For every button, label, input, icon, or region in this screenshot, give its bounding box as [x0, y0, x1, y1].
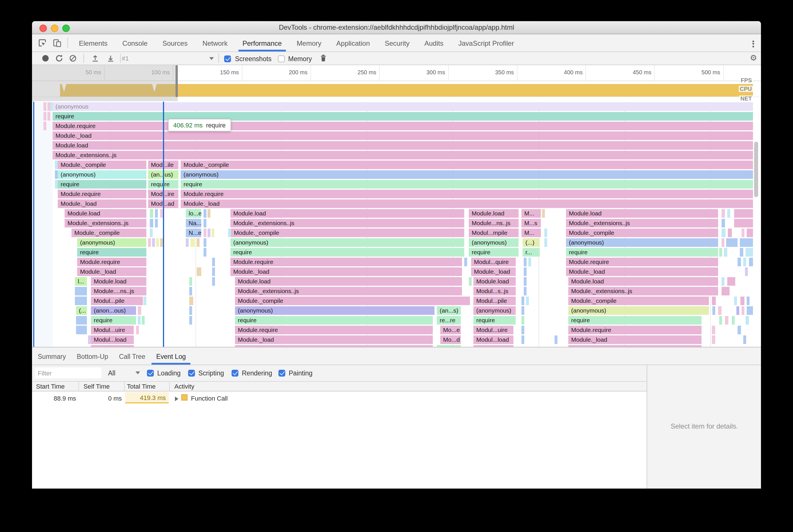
flame-bar[interactable]	[524, 267, 527, 276]
flame-bar-require[interactable]: require	[230, 248, 464, 256]
flame-bar-moduleload[interactable]: Module.load	[235, 345, 433, 347]
flame-bar-modulecompile[interactable]: Module._compile	[58, 160, 146, 169]
flame-bar[interactable]	[719, 316, 722, 325]
session-select-value[interactable]: #1	[122, 55, 129, 62]
flame-bar[interactable]	[526, 297, 529, 305]
flame-bar[interactable]	[43, 112, 46, 120]
flame-bar[interactable]	[160, 238, 163, 247]
flame-bar[interactable]	[721, 209, 725, 218]
flame-bar-require[interactable]: require	[58, 180, 146, 189]
flame-bar[interactable]	[138, 306, 141, 315]
flame-bar-moduluire[interactable]: Modul...uire	[474, 326, 513, 334]
flame-bar[interactable]	[740, 297, 744, 305]
device-toolbar-icon[interactable]	[53, 38, 62, 48]
load-profile-icon[interactable]	[91, 54, 99, 62]
column-header-self-time[interactable]: Self Time	[84, 383, 110, 390]
flame-bar[interactable]	[55, 170, 58, 179]
flame-bar[interactable]	[204, 209, 206, 218]
flame-bar[interactable]	[718, 306, 721, 315]
flame-bar[interactable]	[734, 219, 753, 227]
flame-bar[interactable]	[55, 180, 58, 189]
flame-bar[interactable]	[204, 219, 206, 227]
flame-bar[interactable]	[740, 248, 743, 256]
flame-bar[interactable]	[745, 267, 748, 276]
tab-audits[interactable]: Audits	[417, 35, 451, 51]
inspect-element-icon[interactable]	[38, 38, 47, 48]
flame-bar[interactable]	[155, 219, 158, 227]
flame-bar-moduleextensionsjs[interactable]: Module._extensions..js	[64, 219, 146, 227]
flame-bar-moduleload[interactable]: Module.load	[91, 277, 146, 286]
flame-bar[interactable]	[741, 229, 744, 237]
flame-bar[interactable]	[726, 238, 738, 247]
flame-bar-moduleextensionsjs[interactable]: Module._extensions..js	[235, 287, 462, 296]
flame-bar[interactable]	[721, 277, 724, 286]
selection-handle[interactable]	[176, 65, 178, 97]
flame-bar[interactable]	[189, 306, 192, 315]
flame-bar-modulecompile[interactable]: Module._compile	[566, 229, 718, 237]
flame-bar[interactable]	[555, 336, 557, 344]
flame-bar[interactable]	[186, 238, 189, 247]
flame-bar-modulquire[interactable]: Modul...quire	[471, 258, 516, 266]
expand-row-icon[interactable]	[175, 397, 178, 401]
flame-bar-modulpile[interactable]: Modul...pile	[91, 297, 143, 305]
flame-bar-moduleextensionsjs[interactable]: Module._extensions..js	[568, 287, 718, 296]
filter-input[interactable]	[35, 367, 101, 378]
flame-bar[interactable]	[212, 258, 215, 266]
flame-bar-anonous[interactable]: (anon...ous)	[91, 306, 136, 315]
tab-security[interactable]: Security	[377, 35, 417, 51]
flame-bar[interactable]	[719, 248, 722, 256]
flame-bar[interactable]	[736, 306, 739, 315]
flame-bar-require[interactable]: require	[235, 316, 433, 325]
loading-checkbox[interactable]	[147, 370, 154, 377]
flame-bar[interactable]	[568, 345, 702, 347]
reload-icon[interactable]	[55, 54, 63, 62]
flame-bar-modulerequire[interactable]: Module.require	[566, 258, 718, 266]
scripting-checkbox[interactable]	[188, 370, 195, 377]
flame-bar[interactable]	[469, 277, 472, 286]
screenshots-checkbox[interactable]	[224, 55, 231, 62]
flame-bar-anonymous[interactable]: (anonymous)	[566, 238, 718, 247]
flame-bar-moduleload[interactable]: Module._load	[77, 267, 146, 276]
flame-bar[interactable]	[204, 248, 206, 256]
flame-bar-moduleload[interactable]: Module.load	[568, 277, 718, 286]
column-header-total-time[interactable]: Total Time	[127, 383, 155, 390]
flame-bar-rere[interactable]: re...re	[437, 316, 461, 325]
flame-bar-require[interactable]: require	[566, 248, 718, 256]
flame-bar[interactable]	[48, 102, 50, 111]
flame-bar[interactable]	[734, 297, 737, 305]
flame-bar-moduleload[interactable]: Module._load	[471, 267, 516, 276]
flame-bar-moe[interactable]: Mo...e	[440, 326, 461, 334]
rendering-checkbox[interactable]	[232, 370, 238, 377]
flame-bar-require[interactable]: require	[568, 316, 702, 325]
flame-bar-anonymous[interactable]: (anonymous)	[181, 170, 753, 179]
flame-bar[interactable]	[156, 238, 159, 247]
tab-network[interactable]: Network	[195, 35, 235, 51]
flame-bar-modulsjs[interactable]: Modul...s..js	[474, 287, 516, 296]
flame-bar-modulerequire[interactable]: Module.require	[235, 326, 433, 334]
flame-bar-anonymous[interactable]: (anonymous)	[568, 306, 709, 315]
flame-bar[interactable]	[542, 209, 545, 218]
flame-bar[interactable]	[197, 267, 201, 276]
flame-bar[interactable]	[75, 287, 87, 296]
flame-bar-moduleload[interactable]: Module.load	[469, 209, 519, 218]
flame-bar[interactable]	[152, 238, 155, 247]
flame-bar-moduleload[interactable]: Module.load	[230, 209, 464, 218]
flame-bar[interactable]	[727, 277, 735, 286]
flame-bar[interactable]	[207, 209, 210, 218]
flame-bar[interactable]	[212, 267, 215, 276]
flame-bar[interactable]	[204, 238, 206, 247]
flame-bar[interactable]	[464, 258, 467, 266]
flame-bar-moduleload[interactable]: Module.load	[235, 277, 462, 286]
flame-bar[interactable]	[713, 306, 715, 315]
flame-bar[interactable]	[728, 229, 732, 237]
duration-filter-value[interactable]: All	[108, 370, 115, 377]
flame-bar-moduleextensionsjs[interactable]: Module._extensions..js	[53, 151, 753, 159]
flame-bar[interactable]	[521, 306, 524, 315]
tab-summary[interactable]: Summary	[38, 348, 66, 364]
flame-bar[interactable]	[148, 238, 151, 247]
tab-memory[interactable]: Memory	[289, 35, 329, 51]
flame-bar-modulecompile[interactable]: Module._compile	[231, 229, 464, 237]
flame-bar-moduluire[interactable]: Modul...uire	[91, 326, 134, 334]
flame-bar-moduleload[interactable]: Module.load	[53, 141, 753, 150]
tab-bottom-up[interactable]: Bottom-Up	[77, 348, 108, 364]
